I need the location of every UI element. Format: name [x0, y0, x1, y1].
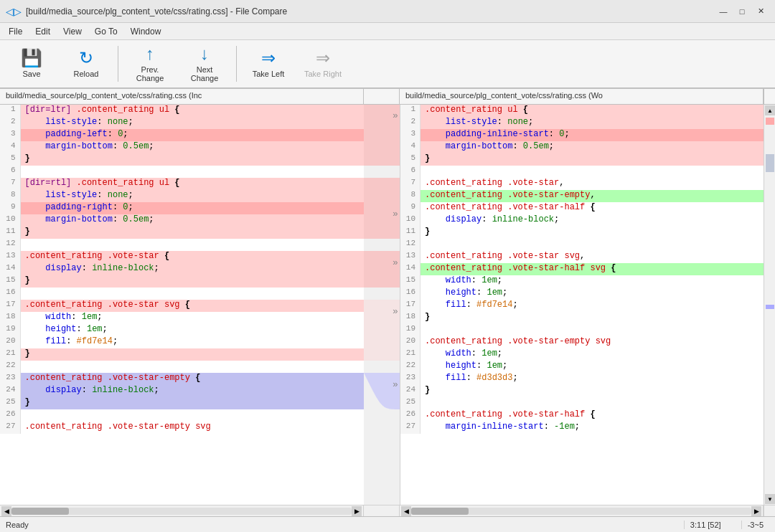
left-scroll-track[interactable]: [11, 508, 352, 515]
table-row: 21 width: 1em;: [400, 348, 764, 361]
save-icon: 💾: [21, 49, 42, 67]
left-code-panel[interactable]: 1 [dir=ltr] .content_rating ul { 2 list-…: [0, 105, 364, 505]
table-row: 14 .content_rating .vote-star-half svg {: [400, 263, 764, 275]
right-h-scroll[interactable]: ◀ ▶: [400, 505, 764, 516]
menu-bar: File Edit View Go To Window: [0, 23, 775, 40]
status-diff: -3~5: [741, 521, 769, 529]
scroll-down-button[interactable]: ▼: [765, 494, 775, 504]
maximize-button[interactable]: □: [733, 3, 751, 20]
minimize-button[interactable]: —: [715, 3, 732, 20]
table-row: 17 .content_rating .vote-star svg {: [0, 300, 364, 312]
diff-connector: » » » » »: [364, 105, 400, 505]
menu-edit[interactable]: Edit: [29, 25, 56, 38]
table-row: 15 width: 1em;: [400, 275, 764, 288]
right-scroll-thumb[interactable]: [411, 508, 469, 515]
table-row: 12: [400, 239, 764, 251]
reload-label: Reload: [74, 70, 99, 78]
file-headers: build/media_source/plg_content_vote/css/…: [0, 89, 775, 105]
table-row: 13 .content_rating .vote-star {: [0, 251, 364, 263]
take-left-label: Take Left: [253, 70, 285, 78]
table-row: 14 display: inline-block;: [0, 263, 364, 275]
close-button[interactable]: ✕: [752, 3, 769, 20]
window-title: [build/media_source/plg_content_vote/css…: [26, 6, 287, 16]
save-button[interactable]: 💾 Save: [6, 42, 57, 85]
connector-svg: [364, 105, 400, 463]
scroll-marker-blue: [766, 305, 774, 309]
table-row: 22: [0, 361, 364, 373]
table-row: 25 }: [0, 397, 364, 409]
take-left-button[interactable]: ⇒ Take Left: [243, 42, 294, 85]
table-row: 26: [0, 409, 364, 422]
reload-button[interactable]: ↻ Reload: [60, 42, 112, 85]
connector-header: [364, 89, 400, 104]
table-row: 25: [400, 397, 764, 409]
toolbar: 💾 Save ↻ Reload ↑ Prev. Change ↓ Next Ch…: [0, 40, 775, 89]
table-row: 23 fill: #d3d3d3;: [400, 373, 764, 385]
status-ready: Ready: [6, 521, 29, 529]
scroll-track[interactable]: [764, 116, 775, 493]
right-code-panel[interactable]: 1 .content_rating ul { 2 list-style: non…: [400, 105, 764, 505]
next-change-icon: ↓: [200, 45, 209, 62]
table-row: 12: [0, 239, 364, 251]
table-row: 27 margin-inline-start: -1em;: [400, 422, 764, 434]
table-row: 2 list-style: none;: [0, 117, 364, 129]
left-file-header: build/media_source/plg_content_vote/css/…: [0, 89, 364, 104]
h-scroll-corner: [764, 505, 775, 516]
arrow-2: »: [393, 208, 398, 219]
scroll-up-button[interactable]: ▲: [765, 105, 775, 115]
left-scroll-thumb[interactable]: [11, 508, 69, 515]
table-row: 6: [0, 166, 364, 178]
left-code-table: 1 [dir=ltr] .content_rating ul { 2 list-…: [0, 105, 364, 434]
left-scroll-right-btn[interactable]: ▶: [352, 506, 362, 516]
take-right-icon: ⇒: [316, 49, 330, 67]
arrow-3: »: [393, 257, 398, 267]
table-row: 13 .content_rating .vote-star svg,: [400, 251, 764, 263]
reload-icon: ↻: [79, 49, 93, 67]
right-scroll-left-btn[interactable]: ◀: [401, 506, 411, 516]
table-row: 24 }: [400, 385, 764, 397]
right-scroll-track[interactable]: [411, 508, 751, 515]
arrow-5: »: [393, 379, 398, 389]
scroll-thumb[interactable]: [766, 154, 774, 172]
prev-change-icon: ↑: [146, 45, 154, 62]
table-row: 8 list-style: none;: [0, 190, 364, 202]
status-right: 3:11 [52] -3~5: [684, 521, 769, 529]
table-row: 26 .content_rating .vote-star-half {: [400, 409, 764, 422]
table-row: 5 }: [400, 153, 764, 166]
table-row: 5 }: [0, 153, 364, 166]
table-row: 7 [dir=rtl] .content_rating ul {: [0, 178, 364, 190]
left-h-scroll[interactable]: ◀ ▶: [0, 505, 364, 516]
right-code-table: 1 .content_rating ul { 2 list-style: non…: [400, 105, 764, 434]
next-change-button[interactable]: ↓ Next Change: [179, 42, 230, 85]
table-row: 15 }: [0, 275, 364, 288]
right-scrollbar[interactable]: ▲ ▼: [764, 105, 775, 505]
right-scroll-right-btn[interactable]: ▶: [751, 506, 761, 516]
menu-view[interactable]: View: [57, 25, 88, 38]
table-row: 10 display: inline-block;: [400, 214, 764, 227]
table-row: 6: [400, 166, 764, 178]
table-row: 19: [400, 324, 764, 336]
window-controls: — □ ✕: [715, 3, 769, 20]
menu-window[interactable]: Window: [125, 25, 167, 38]
table-row: 21 }: [0, 348, 364, 361]
scrollbar-header-spacer: [764, 89, 775, 104]
code-area: 1 [dir=ltr] .content_rating ul { 2 list-…: [0, 105, 775, 505]
menu-goto[interactable]: Go To: [89, 25, 123, 38]
toolbar-separator-2: [236, 46, 237, 82]
scroll-marker-red: [766, 118, 774, 125]
table-row: 9 padding-right: 0;: [0, 202, 364, 214]
prev-change-label: Prev. Change: [127, 65, 173, 82]
table-row: 24 display: inline-block;: [0, 385, 364, 397]
menu-file[interactable]: File: [3, 25, 28, 38]
prev-change-button[interactable]: ↑ Prev. Change: [124, 42, 176, 85]
left-scroll-left-btn[interactable]: ◀: [1, 506, 11, 516]
table-row: 17 fill: #fd7e14;: [400, 300, 764, 312]
table-row: 1 .content_rating ul {: [400, 105, 764, 117]
table-row: 1 [dir=ltr] .content_rating ul {: [0, 105, 364, 117]
table-row: 2 list-style: none;: [400, 117, 764, 129]
app-icon: ◁▷: [6, 6, 22, 17]
table-row: 20 fill: #fd7e14;: [0, 336, 364, 348]
table-row: 8 .content_rating .vote-star-empty,: [400, 190, 764, 202]
take-right-button[interactable]: ⇒ Take Right: [297, 42, 349, 85]
table-row: 3 padding-inline-start: 0;: [400, 129, 764, 141]
